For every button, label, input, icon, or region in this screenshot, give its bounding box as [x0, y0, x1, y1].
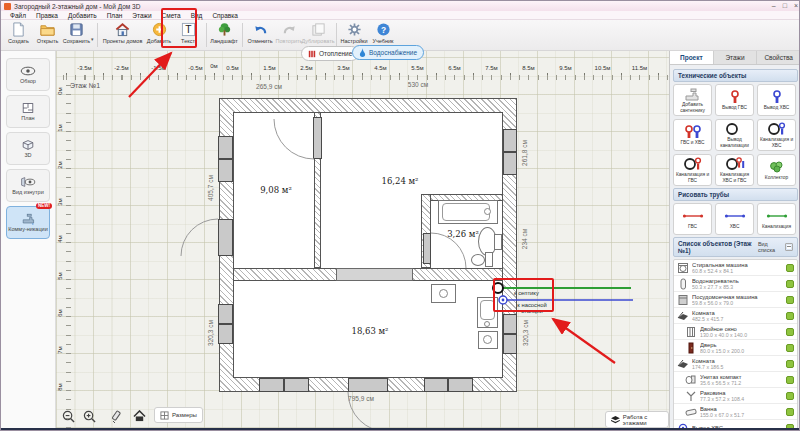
faucet-icon [20, 213, 36, 225]
visibility-toggle[interactable] [786, 280, 794, 288]
heating-button[interactable]: Отопление [301, 46, 359, 61]
visibility-toggle[interactable] [786, 328, 794, 336]
new-document-button[interactable]: Создать [5, 22, 32, 44]
minimize-button[interactable]: – [772, 1, 776, 11]
menu-item-справка[interactable]: Справка [207, 12, 243, 19]
object-row[interactable]: Стиральная машина60.8 x 52.4 x 84.1 [674, 260, 797, 276]
tech-card-valve-blue[interactable]: Вывод ХВС [757, 84, 796, 116]
object-row[interactable]: Унитаз компакт35.6 x 56.5 x 71.2 [674, 372, 797, 388]
menu-item-смета[interactable]: Смета [157, 12, 186, 19]
zoom-in-button[interactable] [81, 408, 97, 424]
radiator-icon [308, 50, 316, 58]
menu-item-правка[interactable]: Правка [31, 12, 63, 19]
visibility-toggle[interactable] [786, 296, 794, 304]
object-row[interactable]: Посудомоечная машина59.8 x 56.0 x 79.0 [674, 292, 797, 308]
object-list-title: Список объектов (Этаж №1) [678, 240, 758, 254]
dimensions-toggle-label: Размеры [172, 412, 197, 418]
object-text: Унитаз компакт35.6 x 56.5 x 71.2 [700, 374, 784, 386]
visibility-toggle[interactable] [786, 408, 794, 416]
room-icon [677, 358, 689, 370]
menu-item-вид[interactable]: Вид [186, 12, 208, 19]
save-dropdown-arrow-icon[interactable]: ▾ [91, 36, 94, 42]
pipe-card-канализация[interactable]: Канализация [757, 203, 796, 235]
close-button[interactable]: × [794, 1, 798, 11]
water-supply-button[interactable]: Водоснабжение [352, 45, 424, 60]
visibility-toggle[interactable] [786, 344, 794, 352]
open-folder-button[interactable]: Открыть [34, 22, 61, 44]
dimension-top-right: 530 см [408, 81, 428, 88]
house-projects-button[interactable]: Проекты домов [102, 22, 144, 44]
home-button[interactable] [131, 408, 147, 424]
sidebar-item-interior[interactable]: Вид изнутри [6, 169, 50, 202]
pipe-card-гвс[interactable]: ГВС [673, 203, 712, 235]
help-button[interactable]: ?Учебник [370, 22, 397, 44]
object-row[interactable]: Ванна155.0 x 67.0 x 51.7 [674, 404, 797, 420]
toolbar-button-label: Ландшафт [210, 38, 237, 44]
stove-burner [439, 289, 448, 298]
pipe-card-хвс[interactable]: ХВС [715, 203, 754, 235]
visibility-toggle[interactable] [786, 392, 794, 400]
tech-card-sewer-red-blue[interactable]: Канализация ХВС и ГВС [715, 154, 754, 186]
tab-этажи[interactable]: Этажи [714, 51, 758, 64]
object-text: Посудомоечная машина59.8 x 56.0 x 79.0 [692, 294, 784, 306]
sidebar-item-cube[interactable]: 3D [6, 132, 50, 165]
washing-machine-door [483, 335, 492, 344]
object-dimensions: 60.8 x 52.4 x 84.1 [692, 268, 784, 274]
sewer-blue-icon [766, 122, 788, 136]
visibility-toggle[interactable] [786, 376, 794, 384]
menu-item-файл[interactable]: Файл [5, 12, 31, 19]
ruler-label-v: 1м [57, 124, 63, 131]
ruler-label-h: -3.5м [77, 65, 91, 71]
tech-card-collector[interactable]: Коллектор [757, 154, 796, 186]
visibility-toggle[interactable] [786, 264, 794, 272]
object-row[interactable]: Вывод ХВС [674, 420, 797, 428]
landscape-button[interactable]: Ландшафт [211, 22, 238, 44]
tech-card-sewer[interactable]: Вывод канализации [715, 119, 754, 151]
ruler-label-h: -1.5м [151, 65, 165, 71]
object-row[interactable]: Водонагреватель50.3 x 27.7 x 85.3 [674, 276, 797, 292]
sidebar-item-eye[interactable]: Обзор [6, 58, 50, 91]
sidebar-item-plan[interactable]: План [6, 95, 50, 128]
valve-red-icon [724, 90, 746, 104]
floors-button[interactable]: Работа с этажами [605, 411, 669, 428]
measure-tool-button[interactable] [108, 408, 124, 424]
right-panel: ПроектЭтажиСвойства Технические объекты … [669, 51, 800, 428]
maximize-button[interactable]: □ [783, 1, 787, 11]
add-button[interactable]: Добавить [146, 22, 173, 44]
text-button[interactable]: TТекст [175, 22, 202, 44]
tech-card-sewer-blue[interactable]: Канализация и ХВС [757, 119, 796, 151]
settings-button[interactable]: Настройки [341, 22, 368, 44]
object-row[interactable]: Дверь80.0 x 15.0 x 200.0 [674, 340, 797, 356]
object-row[interactable]: Двойное окно130.0 x 40.0 x 140.0 [674, 324, 797, 340]
plan-canvas[interactable]: -3.5м-2.5м-1.5м-0.5м0м0.5м1.5м2.5м3.5м4.… [56, 51, 669, 428]
tab-свойства[interactable]: Свойства [757, 51, 800, 64]
tech-card-valve-red-blue[interactable]: ГВС и ХВС [673, 119, 712, 151]
tech-card-label: Канализация ХВС и ГВС [717, 172, 752, 183]
menu-item-план[interactable]: План [102, 12, 128, 19]
object-list: Стиральная машина60.8 x 52.4 x 84.1Водон… [673, 259, 798, 428]
undo-button[interactable]: Отменить [247, 22, 274, 44]
menu-item-этажи[interactable]: Этажи [127, 12, 156, 19]
view-list-button[interactable]: Вид списка [758, 241, 793, 253]
tech-card-plumb[interactable]: Добавить сантехнику [673, 84, 712, 116]
bathtub-inner [442, 203, 490, 221]
tab-проект[interactable]: Проект [670, 51, 714, 64]
object-dimensions: 155.0 x 67.0 x 51.7 [700, 412, 784, 418]
visibility-toggle[interactable] [786, 360, 794, 368]
tech-card-sewer-red[interactable]: Канализация и ГВС [673, 154, 712, 186]
sidebar-item-faucet[interactable]: Комму-никацииNEW! [6, 206, 50, 239]
room-area-label: 3,26 м² [447, 229, 479, 239]
object-row[interactable]: Комната482.5 x 415.7 [674, 308, 797, 324]
bathtub-drain [484, 208, 491, 215]
kitchen-faucet [484, 321, 490, 327]
zoom-out-button[interactable] [60, 408, 76, 424]
room-area-label: 18,63 м² [351, 326, 388, 336]
object-row[interactable]: Комната174.7 x 186.5 [674, 356, 797, 372]
menu-item-добавить[interactable]: Добавить [63, 12, 102, 19]
dimensions-toggle-button[interactable]: Размеры [154, 407, 203, 423]
visibility-toggle[interactable] [786, 312, 794, 320]
save-button[interactable]: Сохранить [63, 22, 90, 44]
redo-icon [282, 22, 297, 37]
tech-card-valve-red[interactable]: Вывод ГВС [715, 84, 754, 116]
object-row[interactable]: Раковина77.3 x 57.2 x 108.4 [674, 388, 797, 404]
